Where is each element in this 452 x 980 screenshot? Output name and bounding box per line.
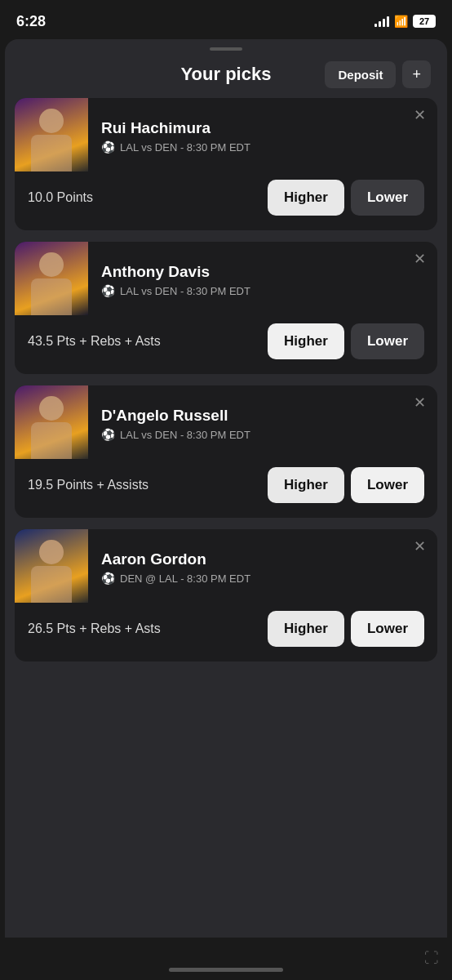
- nba-icon-gordon: ⚽: [101, 572, 115, 585]
- game-info-rui: ⚽ LAL vs DEN - 8:30 PM EDT: [101, 140, 250, 154]
- player-info-rui: Rui Hachimura ⚽ LAL vs DEN - 8:30 PM EDT: [88, 108, 283, 162]
- game-detail-rui: LAL vs DEN - 8:30 PM EDT: [120, 141, 250, 154]
- lower-button-rui[interactable]: Lower: [351, 180, 424, 216]
- card-header-davis: Anthony Davis ⚽ LAL vs DEN - 8:30 PM EDT: [15, 242, 437, 315]
- battery-indicator: 27: [413, 15, 436, 28]
- close-gordon-button[interactable]: ✕: [414, 539, 426, 554]
- add-pick-button[interactable]: +: [402, 60, 431, 88]
- stat-russell: 19.5 Points + Assists: [28, 478, 148, 492]
- card-body-gordon: 26.5 Pts + Rebs + Asts Higher Lower: [15, 603, 437, 662]
- avatar-russell: [15, 385, 88, 459]
- nba-icon: ⚽: [101, 140, 115, 154]
- close-rui-button[interactable]: ✕: [414, 108, 426, 122]
- stat-rui: 10.0 Points: [28, 190, 93, 205]
- game-detail-russell: LAL vs DEN - 8:30 PM EDT: [120, 429, 250, 441]
- page-header: Your picks Deposit +: [5, 56, 447, 98]
- game-detail-davis: LAL vs DEN - 8:30 PM EDT: [120, 285, 250, 297]
- bet-buttons-rui: Higher Lower: [268, 180, 424, 216]
- pick-card-rui: ✕ Rui Hachimura ⚽ LAL vs DEN - 8:30 PM E…: [15, 98, 437, 230]
- game-info-davis: ⚽ LAL vs DEN - 8:30 PM EDT: [101, 284, 250, 297]
- player-name-gordon: Aaron Gordon: [101, 550, 250, 568]
- main-sheet: Your picks Deposit + ✕ Rui Hachimura: [5, 39, 447, 938]
- avatar-rui: [15, 98, 88, 172]
- player-info-russell: D'Angelo Russell ⚽ LAL vs DEN - 8:30 PM …: [88, 395, 283, 449]
- card-body-russell: 19.5 Points + Assists Higher Lower: [15, 459, 437, 518]
- card-header-rui: Rui Hachimura ⚽ LAL vs DEN - 8:30 PM EDT: [15, 98, 437, 172]
- stat-gordon: 26.5 Pts + Rebs + Asts: [28, 621, 161, 636]
- higher-button-rui[interactable]: Higher: [268, 180, 344, 216]
- drag-handle-bar: [210, 47, 242, 51]
- higher-button-russell[interactable]: Higher: [268, 467, 344, 503]
- page-title: Your picks: [181, 64, 272, 85]
- deposit-button[interactable]: Deposit: [325, 61, 396, 88]
- card-body-davis: 43.5 Pts + Rebs + Asts Higher Lower: [15, 315, 437, 374]
- header-actions: Deposit +: [325, 60, 431, 88]
- picks-list: ✕ Rui Hachimura ⚽ LAL vs DEN - 8:30 PM E…: [5, 98, 447, 662]
- close-russell-button[interactable]: ✕: [414, 395, 426, 410]
- status-time: 6:28: [16, 13, 46, 30]
- pick-card-russell: ✕ D'Angelo Russell ⚽ LAL vs DEN - 8:30 P…: [15, 385, 437, 518]
- pick-card-gordon: ✕ Aaron Gordon ⚽ DEN @ LAL - 8:30 PM EDT: [15, 529, 437, 662]
- higher-button-gordon[interactable]: Higher: [268, 611, 344, 647]
- bet-buttons-davis: Higher Lower: [268, 323, 424, 359]
- close-davis-button[interactable]: ✕: [414, 252, 426, 266]
- drag-handle[interactable]: [5, 39, 447, 56]
- lower-button-gordon[interactable]: Lower: [351, 611, 424, 647]
- signal-icon: [374, 16, 389, 27]
- pick-card-davis: ✕ Anthony Davis ⚽ LAL vs DEN - 8:30 PM E…: [15, 242, 437, 374]
- player-info-gordon: Aaron Gordon ⚽ DEN @ LAL - 8:30 PM EDT: [88, 539, 283, 593]
- player-name-rui: Rui Hachimura: [101, 119, 250, 137]
- card-body-rui: 10.0 Points Higher Lower: [15, 172, 437, 230]
- player-name-russell: D'Angelo Russell: [101, 407, 250, 425]
- avatar-gordon: [15, 529, 88, 603]
- player-info-davis: Anthony Davis ⚽ LAL vs DEN - 8:30 PM EDT: [88, 252, 283, 305]
- game-detail-gordon: DEN @ LAL - 8:30 PM EDT: [120, 572, 250, 585]
- home-indicator: [169, 968, 283, 972]
- player-name-davis: Anthony Davis: [101, 263, 250, 281]
- card-header-gordon: Aaron Gordon ⚽ DEN @ LAL - 8:30 PM EDT: [15, 529, 437, 603]
- bet-buttons-russell: Higher Lower: [268, 467, 424, 503]
- lower-button-russell[interactable]: Lower: [351, 467, 424, 503]
- bet-buttons-gordon: Higher Lower: [268, 611, 424, 647]
- wifi-icon: 📶: [394, 15, 408, 28]
- nba-icon-davis: ⚽: [101, 284, 115, 297]
- status-bar: 6:28 📶 27: [0, 0, 452, 39]
- nba-icon-russell: ⚽: [101, 428, 115, 441]
- card-header-russell: D'Angelo Russell ⚽ LAL vs DEN - 8:30 PM …: [15, 385, 437, 459]
- avatar-davis: [15, 242, 88, 315]
- lower-button-davis[interactable]: Lower: [351, 323, 424, 359]
- status-icons: 📶 27: [374, 15, 436, 28]
- expand-icon[interactable]: ⛶: [424, 950, 439, 967]
- higher-button-davis[interactable]: Higher: [268, 323, 344, 359]
- game-info-russell: ⚽ LAL vs DEN - 8:30 PM EDT: [101, 428, 250, 441]
- stat-davis: 43.5 Pts + Rebs + Asts: [28, 334, 161, 349]
- game-info-gordon: ⚽ DEN @ LAL - 8:30 PM EDT: [101, 572, 250, 585]
